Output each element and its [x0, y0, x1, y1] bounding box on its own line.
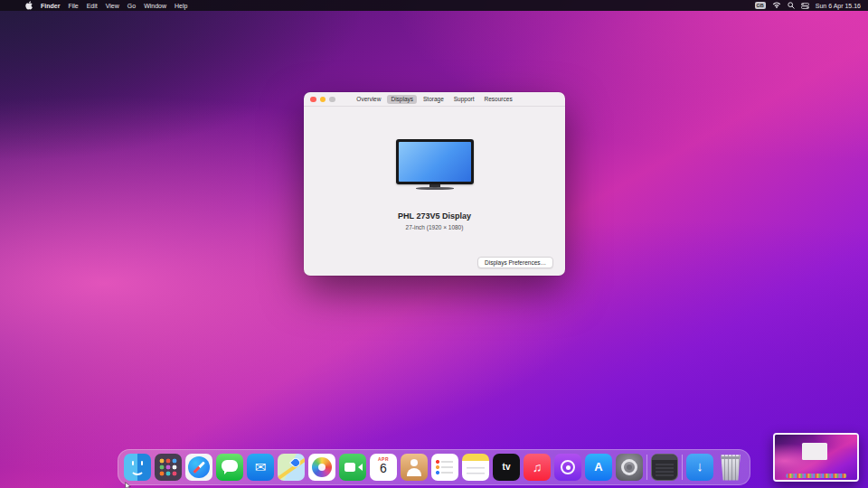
display-name: PHL 273V5 Display — [304, 211, 565, 221]
dock-messages-icon[interactable] — [216, 454, 243, 481]
menu-edit[interactable]: Edit — [87, 3, 98, 9]
calendar-day-label: 6 — [370, 462, 397, 475]
gear-center — [627, 465, 632, 470]
menu-file[interactable]: File — [68, 3, 78, 9]
menu-view[interactable]: View — [106, 3, 119, 9]
video-camera-lens — [354, 464, 363, 471]
menu-help[interactable]: Help — [175, 3, 187, 9]
dock-finder-icon[interactable] — [124, 454, 151, 481]
finder-smile — [130, 468, 145, 475]
person-silhouette-body — [407, 468, 421, 476]
menu-bar: Finder File Edit View Go Window Help GB … — [0, 0, 868, 11]
tab-overview[interactable]: Overview — [353, 95, 384, 104]
dock-launchpad-icon[interactable] — [155, 454, 182, 481]
envelope-icon: ✉ — [255, 459, 267, 474]
control-center-icon[interactable] — [801, 3, 809, 9]
screenshot-mini-desktop — [775, 435, 857, 480]
tab-resources[interactable]: Resources — [481, 95, 516, 104]
dock: ✉ APR 6 tv ♫ A — [118, 449, 750, 485]
finder-eye — [141, 461, 143, 465]
dock-separator — [682, 455, 683, 480]
menu-go[interactable]: Go — [127, 3, 136, 9]
tv-logo-label: tv — [503, 462, 511, 472]
display-illustration — [304, 107, 565, 190]
window-titlebar[interactable]: Overview Displays Storage Support Resour… — [304, 92, 565, 107]
dock-mail-icon[interactable]: ✉ — [247, 454, 274, 481]
tab-storage[interactable]: Storage — [420, 95, 448, 104]
tab-displays[interactable]: Displays — [387, 95, 417, 104]
dock-system-preferences-icon[interactable] — [616, 454, 643, 481]
dock-minimized-window-thumbnail[interactable] — [651, 454, 678, 481]
download-arrow-icon: ↓ — [696, 458, 703, 474]
about-this-mac-window: Overview Displays Storage Support Resour… — [304, 92, 565, 276]
apple-menu-icon[interactable] — [25, 1, 33, 10]
music-note-icon: ♫ — [533, 460, 542, 474]
screenshot-mini-dock — [786, 474, 846, 478]
display-details: 27-inch (1920 × 1080) — [304, 224, 565, 230]
monitor-screen — [399, 142, 471, 182]
tab-support[interactable]: Support — [450, 95, 478, 104]
menu-finder[interactable]: Finder — [41, 3, 60, 9]
monitor-stand-base — [416, 187, 454, 190]
input-source-badge[interactable]: GB — [755, 2, 766, 9]
dock-contacts-icon[interactable] — [401, 454, 428, 481]
displays-preferences-button[interactable]: Displays Preferences… — [477, 257, 553, 268]
person-silhouette-head — [410, 459, 418, 466]
dock-appstore-icon[interactable]: A — [585, 454, 612, 481]
dock-appletv-icon[interactable]: tv — [493, 454, 520, 481]
window-content: PHL 273V5 Display 27-inch (1920 × 1080) … — [304, 107, 565, 275]
screenshot-preview-thumbnail[interactable] — [773, 433, 859, 482]
dock-music-icon[interactable]: ♫ — [524, 454, 551, 481]
finder-eye — [132, 461, 134, 465]
screenshot-mini-window — [802, 443, 827, 460]
search-icon[interactable] — [788, 2, 795, 9]
window-tabs: Overview Displays Storage Support Resour… — [304, 92, 565, 106]
speech-bubble-icon — [222, 460, 238, 472]
dock-safari-icon[interactable] — [185, 454, 212, 481]
dock-separator — [646, 455, 647, 480]
safari-compass-needle — [193, 461, 204, 473]
dock-calendar-icon[interactable]: APR 6 — [370, 454, 397, 481]
dock-maps-icon[interactable] — [278, 454, 305, 481]
desktop[interactable]: Finder File Edit View Go Window Help GB … — [0, 0, 868, 488]
dock-reminders-icon[interactable] — [431, 454, 458, 481]
menu-clock[interactable]: Sun 6 Apr 15.16 — [816, 3, 861, 9]
minimized-window-titlebar — [652, 455, 677, 460]
dock-facetime-icon[interactable] — [339, 454, 366, 481]
dock-downloads-icon[interactable]: ↓ — [686, 454, 713, 481]
appstore-a-label: A — [594, 460, 602, 474]
dock-podcasts-icon[interactable] — [554, 454, 581, 481]
dock-notes-icon[interactable] — [462, 454, 489, 481]
wifi-icon[interactable] — [772, 2, 781, 9]
menu-window[interactable]: Window — [144, 3, 166, 9]
dock-photos-icon[interactable] — [308, 454, 335, 481]
dock-trash-icon[interactable] — [717, 454, 744, 481]
podcasts-dot — [566, 465, 571, 470]
monitor-bezel — [396, 139, 474, 184]
